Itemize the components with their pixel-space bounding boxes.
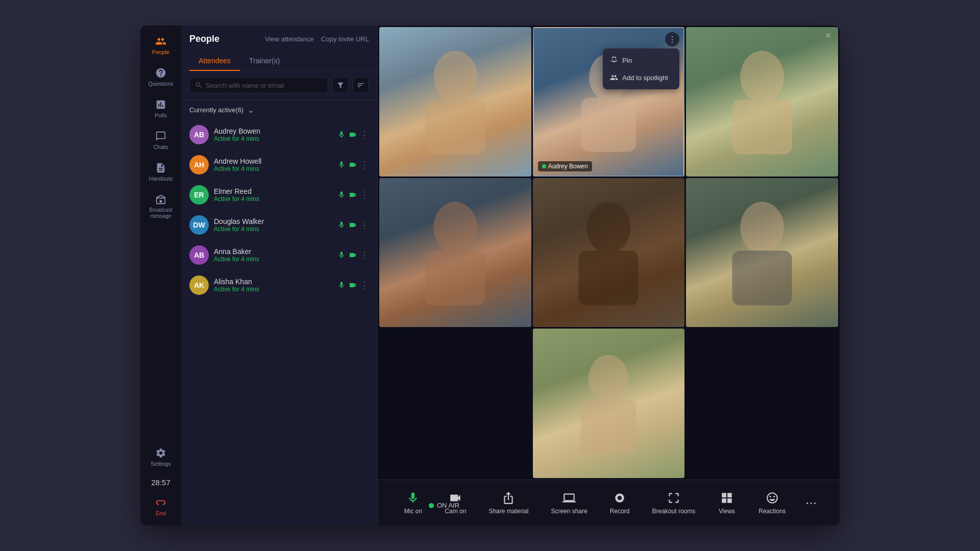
attendee-info: Douglas Walker Active for 4 mins <box>214 217 332 233</box>
chats-icon <box>155 131 166 142</box>
attendee-controls: ⋮ <box>337 159 369 170</box>
reactions-button[interactable]: Reactions <box>747 486 797 520</box>
breakout-toolbar-icon <box>667 491 680 505</box>
record-button[interactable]: Record <box>599 486 641 520</box>
attendee-info: Audrey Bowen Active for 4 mins <box>214 127 332 142</box>
attendee-more-button[interactable]: ⋮ <box>360 280 369 291</box>
share-button[interactable]: Share material <box>477 486 540 520</box>
pin-label: Pin <box>622 57 632 64</box>
video-cell-5[interactable] <box>533 178 685 328</box>
video-cell-1[interactable] <box>379 27 531 177</box>
mic-active-dot <box>542 164 546 168</box>
attendee-item[interactable]: AB Audrey Bowen Active for 4 mins ⋮ <box>181 120 377 150</box>
copy-invite-link[interactable]: Copy invite URL <box>321 35 369 43</box>
tab-attendees[interactable]: Attendees <box>189 52 240 71</box>
search-input[interactable] <box>206 82 323 89</box>
svg-rect-11 <box>732 251 792 305</box>
attendee-status: Active for 4 mins <box>214 226 332 233</box>
sidebar-item-broadcast[interactable]: Broadcast message <box>140 189 181 224</box>
video-cell-3[interactable] <box>686 27 838 177</box>
attendee-name: Alisha Khan <box>214 278 332 286</box>
mic-button[interactable]: Mic on <box>393 486 433 520</box>
video-cell-4[interactable] <box>379 178 531 328</box>
active-section-label: Currently active(6) ⌄ <box>181 100 377 120</box>
questions-icon <box>155 67 166 79</box>
search-icon <box>195 81 203 89</box>
attendee-more-button[interactable]: ⋮ <box>360 249 369 261</box>
mic-button-label: Mic on <box>404 508 422 515</box>
on-air-label: ON AIR <box>437 502 459 509</box>
video-person-6 <box>686 178 838 328</box>
more-options-button[interactable]: ⋯ <box>797 491 825 515</box>
video-person-1 <box>379 27 531 177</box>
screen-share-button-label: Screen share <box>551 508 587 515</box>
svg-point-4 <box>740 51 784 103</box>
sidebar-item-chats[interactable]: Chats <box>140 126 181 155</box>
view-attendance-link[interactable]: View attendance <box>265 35 314 43</box>
svg-point-6 <box>433 202 477 253</box>
attendee-more-button[interactable]: ⋮ <box>360 219 369 231</box>
video-cell-audrey[interactable]: Audrey Bowen ⋮ Pin <box>533 27 685 177</box>
screen-share-button[interactable]: Screen share <box>540 486 598 520</box>
views-toolbar-icon <box>720 491 733 505</box>
attendee-more-button[interactable]: ⋮ <box>360 129 369 140</box>
share-toolbar-icon <box>502 491 515 505</box>
session-timer: 28:57 <box>151 474 170 491</box>
people-header: People View attendance Copy invite URL A… <box>181 26 377 71</box>
cam-on-icon <box>349 131 357 139</box>
breakout-button-label: Breakout rooms <box>652 508 696 515</box>
end-icon <box>155 497 166 508</box>
sidebar-item-people[interactable]: People <box>140 31 181 60</box>
views-button-label: Views <box>719 508 735 515</box>
attendee-status: Active for 4 mins <box>214 256 332 263</box>
mic-toolbar-icon <box>406 491 420 505</box>
pin-menu-item[interactable]: Pin <box>603 52 679 69</box>
sidebar-label-chats: Chats <box>154 144 168 150</box>
close-button[interactable]: ✕ <box>822 30 834 41</box>
attendee-item[interactable]: DW Douglas Walker Active for 4 mins ⋮ <box>181 210 377 240</box>
chevron-down-icon: ⌄ <box>248 105 254 115</box>
sidebar-item-polls[interactable]: Polls <box>140 94 181 123</box>
sidebar-item-settings[interactable]: Settings <box>140 442 181 472</box>
attendee-status: Active for 4 mins <box>214 286 332 293</box>
cam-on-icon <box>349 191 357 199</box>
bottom-toolbar: ON AIR Mic on Cam on <box>378 480 840 525</box>
attendee-more-button[interactable]: ⋮ <box>360 189 369 201</box>
attendee-info: Alisha Khan Active for 4 mins <box>214 278 332 293</box>
mic-on-icon <box>337 281 346 289</box>
attendee-item[interactable]: AK Alisha Khan Active for 4 mins ⋮ <box>181 270 377 300</box>
avatar-ab2: AB <box>189 245 209 265</box>
video-cell-6[interactable] <box>686 178 838 328</box>
tab-trainers[interactable]: Trainer(s) <box>240 52 289 71</box>
views-button[interactable]: Views <box>706 486 747 520</box>
sidebar-item-questions[interactable]: Questions <box>140 62 181 92</box>
people-actions: View attendance Copy invite URL <box>265 35 369 43</box>
filter-icon <box>336 81 345 89</box>
cam-on-icon <box>349 251 357 259</box>
handouts-icon <box>155 162 166 173</box>
attendee-status: Active for 4 mins <box>214 135 332 142</box>
attendee-item[interactable]: ER Elmer Reed Active for 4 mins ⋮ <box>181 180 377 210</box>
mic-on-icon <box>337 161 346 169</box>
filter-button[interactable] <box>332 77 349 93</box>
breakout-button[interactable]: Breakout rooms <box>641 486 707 520</box>
video-cell-7[interactable] <box>533 329 685 478</box>
search-box <box>189 77 328 93</box>
end-button[interactable]: End <box>153 493 169 520</box>
sort-icon <box>357 81 365 89</box>
avatar-er1: ER <box>189 185 209 205</box>
attendee-item[interactable]: AB Anna Baker Active for 4 mins ⋮ <box>181 240 377 270</box>
sort-button[interactable] <box>353 77 369 93</box>
attendee-more-button[interactable]: ⋮ <box>360 159 369 170</box>
sidebar-item-handouts[interactable]: Handouts <box>140 157 181 187</box>
attendee-item[interactable]: AH Andrew Howell Active for 4 mins ⋮ <box>181 150 377 180</box>
sidebar-bottom: Settings 28:57 End <box>140 442 181 520</box>
attendee-controls: ⋮ <box>337 189 369 201</box>
svg-rect-9 <box>579 251 639 305</box>
share-button-label: Share material <box>488 508 528 515</box>
attendee-name: Andrew Howell <box>214 157 332 165</box>
attendee-info: Elmer Reed Active for 4 mins <box>214 187 332 203</box>
tabs: Attendees Trainer(s) <box>189 52 369 70</box>
spotlight-menu-item[interactable]: Add to spotlight <box>603 69 679 86</box>
video-person-4 <box>379 178 531 328</box>
